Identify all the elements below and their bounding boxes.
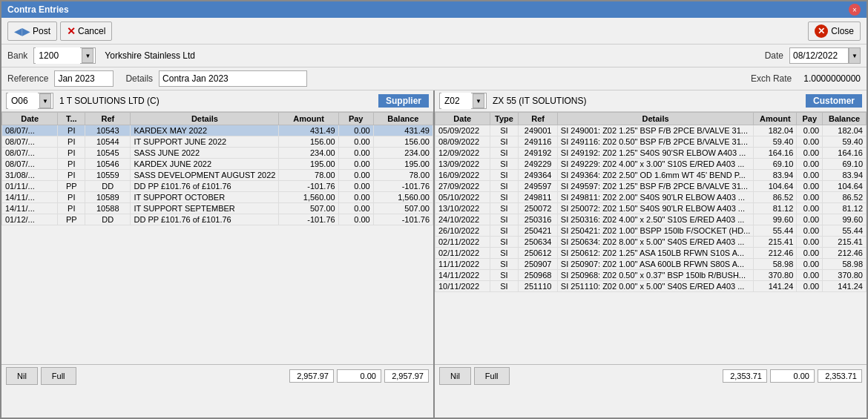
customer-table-scroll[interactable]: Date Type Ref Details Amount Pay Balance… <box>435 112 867 364</box>
customer-table-row[interactable]: 11/11/2022 SI 250907 SI 250907: Z02 1.00… <box>435 259 867 270</box>
supplier-row-amount: 1,560.00 <box>279 192 338 203</box>
supplier-row-details: SASS DEVELOPMENT AUGUST 2022 <box>131 170 279 181</box>
close-icon: ✕ <box>815 24 828 38</box>
bank-select[interactable]: ▼ <box>33 47 96 64</box>
customer-account-dropdown-arrow[interactable]: ▼ <box>473 93 484 108</box>
supplier-table-row[interactable]: 08/07/... PI 10546 KARDEX JUNE 2022 195.… <box>2 159 433 170</box>
customer-row-ref: 250634 <box>519 237 557 248</box>
customer-row-details: SI 250907: Z02 1.00" ASA 600LB RFWN S80S… <box>557 259 753 270</box>
customer-row-date: 11/11/2022 <box>435 259 490 270</box>
customer-row-details: SI 251110: Z02 0.00" x 5.00" S40S E/RED … <box>557 281 753 292</box>
customer-row-type: SI <box>490 181 519 192</box>
supplier-row-details: DD PP £101.76 of £101.76 <box>131 181 279 192</box>
customer-table-row[interactable]: 08/09/2022 SI 249116 SI 249116: Z02 0.50… <box>435 136 867 148</box>
post-button[interactable]: ◀▶ Post <box>7 22 57 41</box>
customer-account-code-input[interactable] <box>441 93 471 109</box>
customer-table-row[interactable]: 24/10/2022 SI 250316 SI 250316: Z02 4.00… <box>435 214 867 225</box>
supplier-row-type: PI <box>58 148 85 159</box>
customer-row-pay: 0.00 <box>797 170 823 181</box>
customer-table-row[interactable]: 12/09/2022 SI 249192 SI 249192: Z02 1.25… <box>435 148 867 159</box>
date-input[interactable] <box>789 47 849 64</box>
reference-input[interactable] <box>54 70 114 87</box>
supplier-nil-button[interactable]: Nil <box>6 367 38 385</box>
exch-rate-label: Exch Rate <box>751 73 792 84</box>
customer-col-balance: Balance <box>823 113 867 125</box>
supplier-account-select[interactable]: ▼ <box>6 93 53 109</box>
supplier-row-pay: 0.00 <box>338 181 373 192</box>
supplier-row-balance: -101.76 <box>373 181 433 192</box>
date-dropdown-arrow[interactable]: ▼ <box>849 47 861 64</box>
supplier-table-row[interactable]: 14/11/... PI 10589 IT SUPPORT OCTOBER 1,… <box>2 192 433 203</box>
supplier-row-date: 14/11/... <box>2 192 58 203</box>
customer-row-pay: 0.00 <box>797 148 823 159</box>
details-input[interactable] <box>159 70 307 87</box>
supplier-account-dropdown-arrow[interactable]: ▼ <box>39 93 51 108</box>
customer-full-button[interactable]: Full <box>474 367 510 385</box>
customer-table-row[interactable]: 26/10/2022 SI 250421 SI 250421: Z02 1.00… <box>435 225 867 237</box>
supplier-account-code-input[interactable] <box>8 93 38 109</box>
customer-table-row[interactable]: 13/09/2022 SI 249229 SI 249229: Z02 4.00… <box>435 159 867 170</box>
supplier-table-scroll[interactable]: Date T... Ref Details Amount Pay Balance… <box>1 112 433 364</box>
customer-table-row[interactable]: 05/10/2022 SI 249811 SI 249811: Z02 2.00… <box>435 192 867 203</box>
customer-row-ref: 249001 <box>519 125 557 136</box>
customer-row-amount: 55.44 <box>754 225 797 237</box>
supplier-row-amount: 78.00 <box>279 170 338 181</box>
supplier-row-details: IT SUPPORT JUNE 2022 <box>131 136 279 148</box>
supplier-table-row[interactable]: 08/07/... PI 10544 IT SUPPORT JUNE 2022 … <box>2 136 433 148</box>
supplier-row-type: PP <box>58 181 85 192</box>
customer-table-row[interactable]: 13/10/2022 SI 250072 SI 250072: Z02 1.50… <box>435 203 867 214</box>
supplier-full-button[interactable]: Full <box>41 367 76 385</box>
customer-table-row[interactable]: 10/11/2022 SI 251110 SI 251110: Z02 0.00… <box>435 281 867 292</box>
title-bar-left: Contra Entries <box>7 4 69 15</box>
customer-row-details: SI 250421: Z02 1.00" BSPP 150lb F/SOCKET… <box>557 225 753 237</box>
customer-nil-button[interactable]: Nil <box>439 367 471 385</box>
customer-row-pay: 0.00 <box>797 203 823 214</box>
customer-table-row[interactable]: 05/09/2022 SI 249001 SI 249001: Z02 1.25… <box>435 125 867 136</box>
supplier-table: Date T... Ref Details Amount Pay Balance… <box>1 112 433 225</box>
supplier-table-row[interactable]: 08/07/... PI 10545 SASS JUNE 2022 234.00… <box>2 148 433 159</box>
customer-row-amount: 81.12 <box>754 203 797 214</box>
exch-rate-value: 1.0000000000 <box>803 73 861 84</box>
supplier-table-row[interactable]: 08/07/... PI 10543 KARDEX MAY 2022 431.4… <box>2 125 433 136</box>
supplier-table-row[interactable]: 14/11/... PI 10588 IT SUPPORT SEPTEMBER … <box>2 203 433 214</box>
customer-table-row[interactable]: 02/11/2022 SI 250612 SI 250612: Z02 1.25… <box>435 248 867 259</box>
supplier-table-row[interactable]: 01/12/... PP DD DD PP £101.76 of £101.76… <box>2 214 433 225</box>
supplier-row-pay: 0.00 <box>338 214 373 225</box>
customer-row-pay: 0.00 <box>797 248 823 259</box>
title-close-button[interactable]: × <box>849 4 861 16</box>
supplier-pane: ▼ 1 T SOLUTIONS LTD (C) Supplier Date T.… <box>1 90 435 418</box>
supplier-row-balance: 156.00 <box>373 136 433 148</box>
close-button[interactable]: ✕ Close <box>808 22 861 41</box>
cancel-button[interactable]: ✕ Cancel <box>60 22 112 41</box>
supplier-row-details: KARDEX JUNE 2022 <box>131 159 279 170</box>
customer-table-row[interactable]: 27/09/2022 SI 249597 SI 249597: Z02 1.25… <box>435 181 867 192</box>
supplier-row-ref: DD <box>85 214 131 225</box>
supplier-row-ref: 10546 <box>85 159 131 170</box>
date-field[interactable]: ▼ <box>789 47 861 64</box>
customer-table-row[interactable]: 16/09/2022 SI 249364 SI 249364: Z02 2.50… <box>435 170 867 181</box>
customer-row-pay: 0.00 <box>797 225 823 237</box>
customer-row-date: 26/10/2022 <box>435 225 490 237</box>
supplier-table-row[interactable]: 31/08/... PI 10559 SASS DEVELOPMENT AUGU… <box>2 170 433 181</box>
supplier-row-ref: DD <box>85 181 131 192</box>
customer-row-balance: 59.40 <box>823 136 867 148</box>
customer-row-ref: 250907 <box>519 259 557 270</box>
supplier-row-pay: 0.00 <box>338 203 373 214</box>
customer-row-type: SI <box>490 148 519 159</box>
customer-account-select[interactable]: ▼ <box>439 93 487 109</box>
supplier-account-name: 1 T SOLUTIONS LTD (C) <box>59 96 160 106</box>
customer-row-ref: 249811 <box>519 192 557 203</box>
customer-row-date: 08/09/2022 <box>435 136 490 148</box>
post-label: Post <box>33 26 50 36</box>
supplier-row-pay: 0.00 <box>338 192 373 203</box>
customer-row-type: SI <box>490 237 519 248</box>
customer-row-balance: 104.64 <box>823 181 867 192</box>
bank-dropdown-arrow[interactable]: ▼ <box>82 48 93 63</box>
customer-table-row[interactable]: 02/11/2022 SI 250634 SI 250634: Z02 8.00… <box>435 237 867 248</box>
customer-row-ref: 249597 <box>519 181 557 192</box>
customer-row-date: 27/09/2022 <box>435 181 490 192</box>
supplier-table-row[interactable]: 01/11/... PP DD DD PP £101.76 of £101.76… <box>2 181 433 192</box>
bank-input[interactable] <box>36 47 80 64</box>
customer-table-row[interactable]: 14/11/2022 SI 250968 SI 250968: Z02 0.50… <box>435 270 867 281</box>
customer-row-pay: 0.00 <box>797 125 823 136</box>
